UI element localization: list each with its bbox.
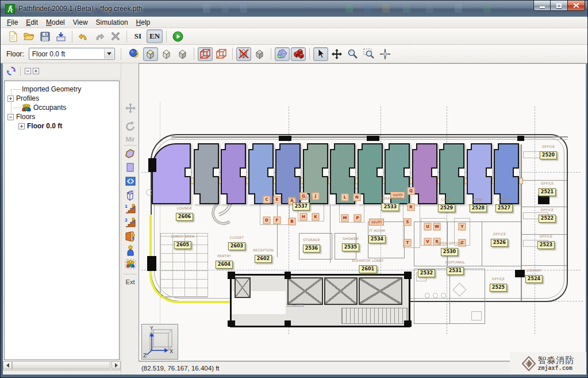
scroll-right-button[interactable]	[112, 361, 121, 369]
menu-model[interactable]: Model	[42, 17, 69, 28]
restore-button[interactable]	[551, 1, 567, 11]
pan-tool-button[interactable]	[329, 47, 344, 61]
run-simulation-button[interactable]	[170, 29, 185, 43]
menu-simulation[interactable]: Simulation	[92, 17, 132, 28]
polygon-room-tool[interactable]	[121, 148, 139, 159]
svg-text:1: 1	[125, 204, 128, 209]
zoom-box-tool-button[interactable]	[362, 47, 376, 61]
extrude-mode-button[interactable]: Ext	[121, 278, 139, 285]
tree-item-profiles[interactable]: Profiles	[7, 94, 39, 103]
axis-y-label: Y	[149, 326, 153, 331]
scroll-left-button[interactable]	[3, 361, 12, 369]
collapse-all-button[interactable]	[25, 68, 31, 74]
app-icon	[5, 4, 15, 14]
occupant-room-10[interactable]	[412, 143, 437, 204]
occupant-room-13[interactable]	[494, 143, 519, 204]
menu-file[interactable]: File	[3, 17, 22, 28]
import-button[interactable]	[53, 29, 68, 43]
units-si-button[interactable]: SI	[130, 29, 145, 43]
play-icon	[172, 31, 183, 42]
open-file-button[interactable]	[21, 29, 36, 43]
occupant-room-12[interactable]	[467, 143, 492, 204]
show-floors-button[interactable]	[275, 47, 290, 61]
desk-label-E: E	[274, 196, 281, 204]
occupant-room-11[interactable]	[439, 143, 464, 204]
occupant-room-3[interactable]	[221, 143, 246, 204]
menu-help[interactable]: Help	[132, 17, 155, 28]
wire-cube-icon	[216, 48, 227, 59]
magnifier-box-icon	[363, 48, 375, 59]
top-view-button[interactable]	[175, 47, 190, 61]
background-ghost-icon	[240, 4, 247, 13]
undo-button[interactable]	[76, 29, 91, 43]
wireframe-button[interactable]	[198, 47, 213, 61]
room-label-2603: CLOSET2603	[228, 235, 245, 250]
new-file-button[interactable]	[5, 29, 20, 43]
polygon-icon	[125, 148, 136, 159]
units-en-button[interactable]: EN	[147, 29, 163, 43]
cursor-coordinates: (82.519, 76.167, 16.404) ft	[141, 365, 220, 372]
scrollbar-thumb[interactable]	[12, 361, 110, 369]
stairs-two-tool[interactable]: 2	[121, 217, 139, 228]
stairs-one-tool[interactable]: 1	[121, 204, 139, 214]
combo-arrow-button[interactable]	[104, 49, 114, 59]
move-object-tool[interactable]	[121, 102, 139, 114]
select-tool-button[interactable]	[313, 47, 328, 61]
ortho-view-button[interactable]	[159, 47, 174, 61]
expander-icon[interactable]	[7, 96, 14, 102]
rectangle-room-tool[interactable]	[121, 162, 139, 173]
zoom-tool-button[interactable]	[345, 47, 360, 61]
rotate-object-tool[interactable]	[121, 121, 139, 132]
minimize-button[interactable]	[533, 1, 551, 11]
room-label-2528: CONF.2528	[470, 197, 487, 212]
redo-button[interactable]	[92, 29, 107, 43]
refresh-tree-icon[interactable]	[6, 66, 16, 76]
add-occupant-tool[interactable]	[121, 245, 139, 256]
floor-polygon-icon	[276, 48, 288, 59]
occupant-room-8[interactable]	[358, 143, 383, 204]
room-label-2606: LOUNGE2606	[176, 206, 193, 221]
close-button[interactable]	[567, 1, 585, 11]
room-label-2523: OFFICE2523	[537, 234, 555, 249]
perspective-view-button[interactable]	[143, 47, 158, 61]
room-label-2529: CONF.2529	[438, 197, 455, 212]
drawing-canvas[interactable]: OFFICE2520OFFICE2521OFFICE2522OFFICE2523…	[139, 63, 586, 361]
tree-item-floors[interactable]: Floors	[7, 112, 35, 121]
reset-camera-button[interactable]	[127, 47, 142, 61]
extrude-shape-tool[interactable]	[121, 190, 139, 201]
orbit-icon	[129, 48, 140, 59]
wall	[521, 265, 567, 266]
exit-door-tool[interactable]	[121, 231, 139, 242]
show-geometry-button[interactable]	[252, 47, 267, 61]
zoom-to-point-button[interactable]	[378, 47, 393, 61]
desk-label-H: H	[300, 213, 308, 221]
axis-z-label: Z	[143, 353, 147, 358]
occupant-room-1[interactable]	[152, 143, 191, 204]
title-bar[interactable]: Pathfinder 2009.1 (Beta) - *fog creek.pt…	[1, 1, 588, 17]
expand-all-button[interactable]	[33, 68, 39, 74]
desk-label-Y: Y	[459, 223, 466, 231]
wire-cube-icon	[199, 48, 211, 59]
room-label-2522: OFFICE2522	[539, 208, 556, 223]
menu-view[interactable]: View	[69, 17, 92, 28]
solid-render-button[interactable]	[214, 47, 229, 61]
occupant-room-4[interactable]	[248, 143, 274, 204]
show-objects-button[interactable]	[291, 47, 306, 61]
expander-icon[interactable]	[18, 123, 25, 129]
delete-button[interactable]	[108, 29, 123, 43]
mirror-tool[interactable]: Mir	[121, 136, 139, 143]
expander-icon[interactable]	[7, 114, 14, 120]
add-occupant-group-tool[interactable]	[121, 259, 139, 269]
hide-geometry-button[interactable]	[236, 47, 251, 61]
floor-select[interactable]: Floor 0.0 ft	[29, 48, 115, 60]
tree-item-occupants[interactable]: Occupants	[14, 103, 66, 112]
hidden-cube-icon	[238, 48, 249, 59]
save-button[interactable]	[37, 29, 52, 43]
room-label-2524: LIBRARY2524	[525, 268, 543, 283]
tree-item-floor-0[interactable]: Floor 0.0 ft	[18, 121, 62, 131]
menu-edit[interactable]: Edit	[22, 17, 42, 28]
door-tool[interactable]	[121, 176, 139, 186]
occupant-room-2[interactable]	[194, 143, 219, 204]
tree-item-imported-geometry[interactable]: Imported Geometry	[14, 85, 81, 94]
room-label-2530: OPEN OFFICE2530	[437, 241, 462, 256]
